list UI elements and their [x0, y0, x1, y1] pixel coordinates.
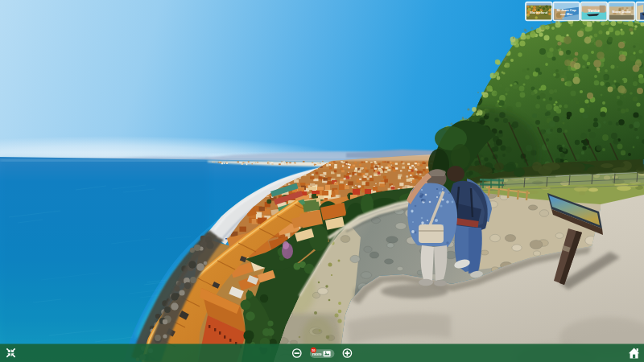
svg-text:Marineland: Marineland — [530, 10, 548, 14]
svg-text:sur Mer: sur Mer — [560, 12, 572, 16]
svg-text:Venice: Venice — [588, 9, 601, 13]
svg-text:50: 50 — [312, 349, 315, 352]
svg-text:Notre Dame: Notre Dame — [612, 10, 631, 14]
